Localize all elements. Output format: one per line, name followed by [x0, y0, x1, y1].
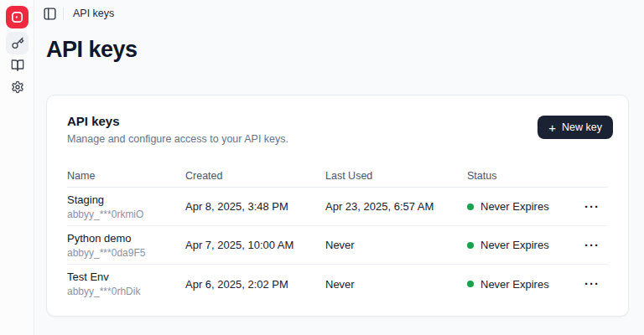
- card-subtitle: Manage and configure access to your API …: [67, 133, 288, 145]
- new-key-button[interactable]: + New key: [538, 116, 613, 139]
- column-header-name: Name: [67, 170, 185, 182]
- topbar: API keys: [34, 0, 644, 27]
- status-badge: Never Expires: [467, 200, 584, 213]
- table-header-row: Name Created Last Used Status: [67, 165, 608, 188]
- status-dot-icon: [467, 242, 474, 249]
- column-header-created: Created: [185, 170, 325, 182]
- last-used-cell: Never: [325, 239, 467, 251]
- status-label: Never Expires: [480, 239, 549, 251]
- sidebar-item-settings[interactable]: [6, 75, 29, 98]
- actions-cell: ···: [584, 239, 608, 252]
- sidebar: [0, 0, 34, 335]
- actions-cell: ···: [584, 277, 608, 291]
- last-used-cell: Never: [325, 278, 467, 291]
- card-title: API keys: [67, 114, 120, 128]
- actions-cell: ···: [584, 200, 608, 214]
- created-cell: Apr 6, 2025, 2:02 PM: [185, 278, 325, 291]
- key-masked-value: abbyy_***0rkmiO: [67, 209, 185, 220]
- new-key-button-label: New key: [562, 121, 602, 133]
- key-name: Staging: [67, 193, 185, 206]
- column-header-last-used: Last Used: [325, 170, 467, 182]
- status-label: Never Expires: [480, 278, 549, 291]
- status-badge: Never Expires: [467, 239, 584, 251]
- key-name: Python demo: [67, 232, 185, 245]
- plus-icon: +: [548, 121, 556, 134]
- name-cell: Python demo abbyy_***0da9F5: [67, 232, 185, 259]
- status-label: Never Expires: [480, 200, 549, 213]
- table-row: Staging abbyy_***0rkmiO Apr 8, 2025, 3:4…: [67, 188, 608, 226]
- created-cell: Apr 7, 2025, 10:00 AM: [185, 239, 325, 251]
- table-body: Staging abbyy_***0rkmiO Apr 8, 2025, 3:4…: [67, 188, 608, 303]
- status-dot-icon: [467, 281, 474, 287]
- last-used-cell: Apr 23, 2025, 6:57 AM: [325, 200, 467, 213]
- sidebar-item-docs[interactable]: [6, 54, 29, 76]
- api-keys-table: Name Created Last Used Status Staging ab…: [67, 165, 608, 303]
- key-name: Test Env: [67, 271, 185, 283]
- created-cell: Apr 8, 2025, 3:48 PM: [185, 200, 325, 213]
- status-dot-icon: [467, 204, 474, 210]
- gear-icon: [11, 80, 24, 94]
- more-options-button[interactable]: ···: [584, 275, 600, 292]
- book-icon: [11, 59, 24, 72]
- topbar-divider: [63, 8, 64, 20]
- logo-glyph-icon: [10, 10, 24, 24]
- name-cell: Staging abbyy_***0rkmiO: [67, 193, 185, 220]
- api-keys-card: API keys Manage and configure access to …: [46, 95, 629, 317]
- more-options-button[interactable]: ···: [584, 198, 600, 215]
- breadcrumb: API keys: [73, 8, 114, 19]
- sidebar-item-api-keys[interactable]: [6, 32, 29, 54]
- table-row: Python demo abbyy_***0da9F5 Apr 7, 2025,…: [67, 226, 608, 265]
- sidebar-toggle-icon[interactable]: [43, 7, 57, 21]
- column-header-status: Status: [467, 170, 584, 182]
- table-row: Test Env abbyy_***0rhDik Apr 6, 2025, 2:…: [67, 265, 608, 303]
- key-icon: [11, 37, 24, 50]
- key-masked-value: abbyy_***0da9F5: [67, 247, 185, 259]
- status-badge: Never Expires: [467, 278, 584, 291]
- app-logo[interactable]: [6, 6, 29, 28]
- name-cell: Test Env abbyy_***0rhDik: [67, 271, 185, 297]
- more-options-button[interactable]: ···: [584, 236, 600, 254]
- page-title: API keys: [46, 37, 138, 63]
- key-masked-value: abbyy_***0rhDik: [67, 286, 185, 297]
